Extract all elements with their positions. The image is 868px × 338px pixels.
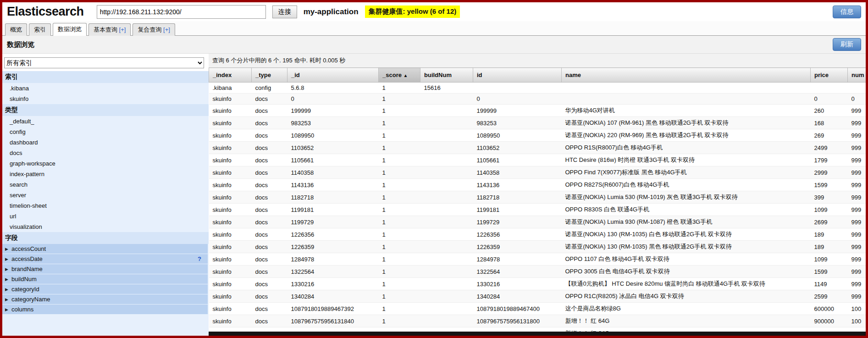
table-row[interactable]: skuinfodocs114035811140358OPPO Find 7(X9… (209, 166, 866, 179)
cell-buildNum (420, 166, 473, 179)
table-row[interactable]: skuinfodocs128497811284978OPPO 1107 白色 移… (209, 253, 866, 266)
cell-id: 1322564 (473, 266, 562, 278)
cell-_id: 1284978 (287, 253, 379, 266)
cell-_type: docs (252, 105, 287, 117)
table-row[interactable]: skuinfodocs1999991199999华为移动4G对讲机260999 (209, 105, 866, 117)
cell-_index: skuinfo (209, 179, 252, 191)
index-select[interactable]: 所有索引 (4, 57, 204, 68)
sidebar-item-timelion-sheet[interactable]: timelion-sheet (2, 200, 209, 211)
tab-basic-query[interactable]: 基本查询 [+] (88, 23, 131, 36)
column-header-_index[interactable]: _index (209, 68, 252, 83)
cell-_id: 1089950 (287, 129, 379, 142)
cell-num: 999 (848, 142, 866, 154)
column-header-id[interactable]: id (473, 68, 562, 83)
cell-name (562, 83, 811, 94)
sidebar-item-_default_[interactable]: _default_ (2, 116, 209, 127)
info-button[interactable]: 信息 (833, 6, 861, 18)
cell-name (562, 94, 811, 105)
tab-browser[interactable]: 数据浏览 (53, 23, 87, 36)
table-row[interactable]: skuinfodocs10879180198894673921108791801… (209, 303, 866, 315)
sidebar-item-categoryId[interactable]: ▶categoryId (2, 284, 208, 294)
column-header-_type[interactable]: _type (252, 68, 287, 83)
sidebar-item-brandName[interactable]: ▶brandName (2, 264, 208, 274)
sidebar-item-label: docs (10, 150, 22, 156)
column-header-buildNum[interactable]: buildNum (420, 68, 473, 83)
table-row[interactable]: skuinfodocs10882538029115023361108825380… (209, 327, 866, 332)
column-header-_id[interactable]: _id (287, 68, 379, 83)
column-header-name[interactable]: name (562, 68, 811, 83)
cell-_type: docs (252, 278, 287, 290)
cell-buildNum (420, 204, 473, 216)
sidebar-item-accessDate[interactable]: ▶accessDate? (2, 254, 208, 264)
cluster-health-badge: 集群健康值: yellow (6 of 12) (365, 6, 460, 18)
sidebar-item-server[interactable]: server (2, 190, 209, 200)
cell-_id: 1199181 (287, 204, 379, 216)
cell-id: 1087918019889467400 (473, 303, 562, 315)
tab-bar: 概览索引数据浏览基本查询 [+]复合查询 [+] (2, 21, 866, 36)
sidebar-item-visualization[interactable]: visualization (2, 222, 209, 232)
sidebar-item-label: accessDate (11, 255, 43, 262)
table-row[interactable]: skuinfodocs118271811182718诺基亚(NOKIA) Lum… (209, 191, 866, 204)
sidebar-item-dashboard[interactable]: dashboard (2, 137, 209, 148)
table-row[interactable]: skuinfodocs108995011089950诺基亚(NOKIA) 220… (209, 129, 866, 142)
table-row[interactable]: skuinfodocs9832531983253诺基亚(NOKIA) 107 (… (209, 117, 866, 129)
refresh-button[interactable]: 刷新 (833, 38, 861, 51)
sidebar-item-skuinfo[interactable]: skuinfo (2, 94, 209, 104)
cell-num: 100 (848, 327, 866, 332)
table-row[interactable]: skuinfodocs119918111199181OPPO R830S 白色 … (209, 204, 866, 216)
column-header-_score[interactable]: _score ▲ (379, 68, 420, 83)
table-row[interactable]: skuinfodocs10879675759561318401108796757… (209, 315, 866, 327)
table-row[interactable]: skuinfodocs01000 (209, 94, 866, 105)
sidebar-item-index-pattern[interactable]: index-pattern (2, 169, 209, 179)
cell-buildNum (420, 315, 473, 327)
cell-price: 1099 (811, 204, 848, 216)
cell-_type: docs (252, 191, 287, 204)
sidebar-item-graph-workspace[interactable]: graph-workspace (2, 158, 209, 169)
app-logo: Elasticsearch (7, 5, 84, 19)
connect-button[interactable]: 连接 (272, 6, 297, 18)
sidebar: 所有索引 索引.kibanaskuinfo类型_default_configda… (2, 54, 209, 336)
sidebar-item-columns[interactable]: ▶columns (2, 305, 208, 314)
sidebar-item-label: index-pattern (10, 171, 44, 177)
cell-_id: 0 (287, 94, 379, 105)
cell-price: 269 (811, 129, 848, 142)
table-row[interactable]: skuinfodocs122635611226356诺基亚(NOKIA) 130… (209, 228, 866, 241)
cell-name: 新增！！ 红 64G (562, 327, 811, 332)
sidebar-item-url[interactable]: url (2, 211, 209, 222)
table-row[interactable]: skuinfodocs114313611143136OPPO R827S(R60… (209, 179, 866, 191)
sidebar-item-.kibana[interactable]: .kibana (2, 83, 209, 94)
table-row[interactable]: .kibanaconfig5.6.8115616 (209, 83, 866, 94)
cell-_type: docs (252, 327, 287, 332)
server-url-input[interactable] (97, 5, 266, 19)
cell-num: 999 (848, 129, 866, 142)
cell-id: 1199729 (473, 216, 562, 228)
sidebar-item-categoryName[interactable]: ▶categoryName (2, 294, 208, 304)
table-row[interactable]: skuinfodocs134028411340284OPPO R1C(R8205… (209, 290, 866, 303)
horizontal-scrollbar[interactable] (209, 332, 866, 336)
cell-buildNum (420, 191, 473, 204)
cell-_score: 1 (379, 129, 420, 142)
table-row[interactable]: skuinfodocs132256411322564OPPO 3005 白色 电… (209, 266, 866, 278)
tab-indices[interactable]: 索引 (29, 23, 51, 36)
table-row[interactable]: skuinfodocs119972911199729诺基亚(NOKIA) Lum… (209, 216, 866, 228)
table-row[interactable]: skuinfodocs122635911226359诺基亚(NOKIA) 130… (209, 241, 866, 253)
help-icon[interactable]: ? (198, 255, 201, 262)
sidebar-item-accessCount[interactable]: ▶accessCount (2, 244, 208, 254)
cell-_id: 1140358 (287, 166, 379, 179)
sidebar-item-docs[interactable]: docs (2, 148, 209, 158)
column-header-price[interactable]: price (811, 68, 848, 83)
table-row[interactable]: skuinfodocs110566111105661HTC Desire (81… (209, 154, 866, 166)
sidebar-item-search[interactable]: search (2, 179, 209, 190)
table-row[interactable]: skuinfodocs110365211103652OPPO R1S(R8007… (209, 142, 866, 154)
tab-overview[interactable]: 概览 (5, 23, 27, 36)
sidebar-item-label: brandName (11, 266, 43, 272)
table-row[interactable]: skuinfodocs133021611330216【联通0元购机】 HTC D… (209, 278, 866, 290)
column-header-num[interactable]: num (848, 68, 866, 83)
cell-_id: 1105661 (287, 154, 379, 166)
sidebar-item-buildNum[interactable]: ▶buildNum (2, 274, 208, 284)
tab-compound-query[interactable]: 复合查询 [+] (133, 23, 175, 36)
sidebar-item-config[interactable]: config (2, 127, 209, 137)
cell-name: 诺基亚(NOKIA) 130 (RM-1035) 黑色 移动联通2G手机 双卡双… (562, 241, 811, 253)
sidebar-section-fields: 字段 (2, 232, 209, 244)
cell-price: 1599 (811, 179, 848, 191)
